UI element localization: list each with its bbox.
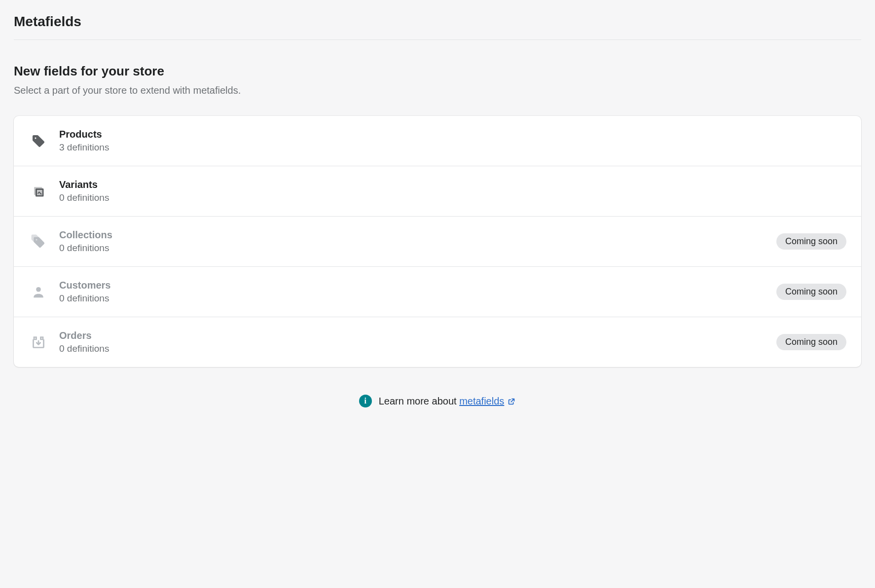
external-link-icon bbox=[507, 397, 516, 406]
list-item-content: Variants 0 definitions bbox=[59, 179, 846, 203]
info-icon: i bbox=[359, 395, 372, 407]
footer: i Learn more about metafields bbox=[14, 395, 861, 407]
svg-point-0 bbox=[36, 287, 41, 292]
variants-icon bbox=[29, 182, 48, 201]
coming-soon-badge: Coming soon bbox=[776, 284, 846, 300]
list-item-orders: Orders 0 definitions Coming soon bbox=[14, 317, 861, 367]
list-item-variants[interactable]: Variants 0 definitions bbox=[14, 166, 861, 217]
list-item-title: Customers bbox=[59, 280, 776, 291]
list-item-subtitle: 3 definitions bbox=[59, 142, 846, 153]
metafields-learn-more-link[interactable]: metafields bbox=[459, 396, 516, 406]
page-title: Metafields bbox=[14, 14, 861, 40]
list-item-title: Variants bbox=[59, 179, 846, 190]
list-item-collections: Collections 0 definitions Coming soon bbox=[14, 217, 861, 267]
list-item-content: Products 3 definitions bbox=[59, 129, 846, 153]
list-item-subtitle: 0 definitions bbox=[59, 243, 776, 254]
list-item-content: Orders 0 definitions bbox=[59, 330, 776, 354]
footer-text: Learn more about metafields bbox=[379, 396, 516, 407]
section-subheading: Select a part of your store to extend wi… bbox=[14, 85, 861, 96]
footer-link-text: metafields bbox=[459, 396, 504, 406]
person-icon bbox=[29, 282, 48, 302]
coming-soon-badge: Coming soon bbox=[776, 233, 846, 250]
list-item-title: Orders bbox=[59, 330, 776, 341]
list-item-subtitle: 0 definitions bbox=[59, 343, 776, 354]
tag-icon bbox=[29, 131, 48, 151]
coming-soon-badge: Coming soon bbox=[776, 334, 846, 350]
section-heading: New fields for your store bbox=[14, 64, 861, 79]
collections-icon bbox=[29, 232, 48, 252]
orders-icon bbox=[29, 332, 48, 352]
list-item-subtitle: 0 definitions bbox=[59, 293, 776, 304]
list-item-customers: Customers 0 definitions Coming soon bbox=[14, 267, 861, 317]
list-item-title: Collections bbox=[59, 229, 776, 241]
list-item-title: Products bbox=[59, 129, 846, 140]
list-item-products[interactable]: Products 3 definitions bbox=[14, 116, 861, 166]
list-item-subtitle: 0 definitions bbox=[59, 192, 846, 203]
list-item-content: Customers 0 definitions bbox=[59, 280, 776, 304]
list-item-content: Collections 0 definitions bbox=[59, 229, 776, 254]
footer-text-prefix: Learn more about bbox=[379, 396, 459, 406]
metafields-list-card: Products 3 definitions Variants 0 defini… bbox=[14, 116, 861, 367]
